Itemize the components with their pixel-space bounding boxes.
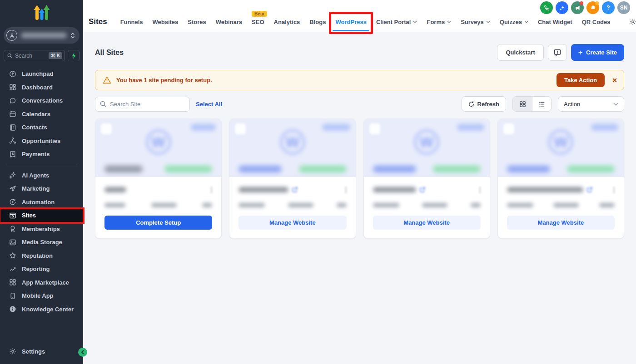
site-title-blurred xyxy=(373,187,416,192)
gear-icon xyxy=(9,348,16,355)
info-circle-icon xyxy=(9,305,16,313)
quick-actions-button[interactable] xyxy=(68,50,80,61)
tab-client-portal[interactable]: Client Portal xyxy=(376,19,417,25)
grid-view-icon xyxy=(519,101,526,108)
close-icon[interactable]: ✕ xyxy=(612,77,617,84)
gear-icon xyxy=(629,18,636,25)
tab-seo[interactable]: Beta SEO xyxy=(252,19,264,25)
tab-quizzes[interactable]: Quizzes xyxy=(500,19,528,25)
medal-icon xyxy=(9,225,16,232)
sidebar: Search ⌘ K Launchpad Dashboard Conversat… xyxy=(0,0,83,364)
page-title: All Sites xyxy=(95,49,124,57)
manage-website-button[interactable]: Manage Website xyxy=(238,216,346,230)
browser-window-icon xyxy=(9,212,16,219)
meta-blurred xyxy=(422,203,447,207)
site-badge-blurred xyxy=(191,124,216,131)
sidebar-search-input[interactable]: Search ⌘ K xyxy=(4,50,65,61)
sidebar-item-settings[interactable]: Settings xyxy=(0,344,83,358)
chevron-down-icon xyxy=(486,20,490,23)
select-all-link[interactable]: Select All xyxy=(196,101,222,108)
kebab-menu-icon[interactable] xyxy=(345,187,347,193)
create-site-button[interactable]: + Create Site xyxy=(571,44,624,61)
quickstart-button[interactable]: Quickstart xyxy=(497,44,543,61)
tab-blogs[interactable]: Blogs xyxy=(309,19,326,25)
announcements-button[interactable] xyxy=(571,1,584,14)
wordpress-logo-blurred: W xyxy=(548,130,573,154)
feedback-button[interactable] xyxy=(548,44,567,61)
list-view-button[interactable] xyxy=(532,97,551,111)
external-link-icon[interactable] xyxy=(587,187,592,192)
site-badge-blurred xyxy=(322,124,350,131)
sidebar-item-memberships[interactable]: Memberships xyxy=(0,222,83,236)
sidebar-item-reporting[interactable]: Reporting xyxy=(0,262,83,276)
phone-button[interactable] xyxy=(540,1,553,14)
tab-forms[interactable]: Forms xyxy=(427,19,451,25)
launchpad-icon xyxy=(9,70,16,78)
action-dropdown[interactable]: Action xyxy=(558,96,624,112)
external-link-icon[interactable] xyxy=(420,187,425,192)
tab-wordpress[interactable]: WordPress xyxy=(335,19,366,25)
list-view-icon xyxy=(538,101,545,108)
notifications-button[interactable] xyxy=(586,1,599,14)
kebab-menu-icon[interactable] xyxy=(479,187,481,193)
sidebar-item-sites[interactable]: Sites xyxy=(0,209,83,222)
sidebar-item-opportunities[interactable]: Opportunities xyxy=(0,134,83,148)
account-switcher[interactable] xyxy=(4,27,80,44)
sidebar-item-automation[interactable]: Automation xyxy=(0,196,83,209)
sidebar-item-launchpad[interactable]: Launchpad xyxy=(0,67,83,81)
manage-website-button[interactable]: Manage Website xyxy=(507,216,615,230)
sidebar-item-knowledge-center[interactable]: Knowledge Center xyxy=(0,303,83,316)
tab-qr-codes[interactable]: QR Codes xyxy=(582,19,611,25)
wordpress-logo-blurred: W xyxy=(414,130,439,154)
meta-blurred xyxy=(553,203,579,207)
site-checkbox[interactable] xyxy=(503,123,514,134)
sidebar-collapse-button[interactable] xyxy=(78,348,87,357)
tab-surveys[interactable]: Surveys xyxy=(461,19,490,25)
meta-blurred xyxy=(599,203,615,207)
site-checkbox[interactable] xyxy=(235,123,246,134)
sidebar-item-reputation[interactable]: Reputation xyxy=(0,249,83,263)
chevron-down-icon xyxy=(447,20,451,23)
help-button[interactable]: ? xyxy=(602,1,615,14)
external-link-icon[interactable] xyxy=(292,187,298,192)
ai-assistant-button[interactable] xyxy=(556,1,568,14)
site-checkbox[interactable] xyxy=(369,123,380,134)
meta-blurred xyxy=(373,203,399,207)
tab-stores[interactable]: Stores xyxy=(188,19,206,25)
beta-badge: Beta xyxy=(252,11,267,17)
feedback-bubble-icon xyxy=(553,49,561,57)
tab-chat-widget[interactable]: Chat Widget xyxy=(538,19,572,25)
sidebar-item-app-marketplace[interactable]: App Marketplace xyxy=(0,276,83,290)
account-avatar-icon xyxy=(6,30,17,41)
sidebar-item-contacts[interactable]: Contacts xyxy=(0,121,83,134)
grid-view-button[interactable] xyxy=(513,97,532,111)
sidebar-item-marketing[interactable]: Marketing xyxy=(0,182,83,196)
nav-settings-gear-button[interactable] xyxy=(629,18,636,25)
kebab-menu-icon[interactable] xyxy=(613,187,615,193)
chevron-down-icon xyxy=(524,20,528,23)
sidebar-item-dashboard[interactable]: Dashboard xyxy=(0,81,83,94)
refresh-button[interactable]: Refresh xyxy=(462,96,506,112)
view-toggle xyxy=(512,96,552,112)
tab-analytics[interactable]: Analytics xyxy=(274,19,300,25)
tab-websites[interactable]: Websites xyxy=(152,19,178,25)
sidebar-item-payments[interactable]: Payments xyxy=(0,148,83,161)
sidebar-divider xyxy=(6,165,77,165)
calendar-icon xyxy=(9,110,16,118)
user-avatar[interactable]: SN xyxy=(617,1,630,14)
meta-blurred xyxy=(238,203,265,207)
take-action-button[interactable]: Take Action xyxy=(556,73,605,87)
search-site-input[interactable]: Search Site xyxy=(95,97,190,112)
status-badge-green-blurred xyxy=(299,166,347,172)
sidebar-item-calendars[interactable]: Calendars xyxy=(0,108,83,121)
sidebar-item-conversations[interactable]: Conversations xyxy=(0,94,83,108)
manage-website-button[interactable]: Manage Website xyxy=(373,216,481,230)
sidebar-item-mobile-app[interactable]: Mobile App xyxy=(0,289,83,303)
sidebar-item-media-storage[interactable]: Media Storage xyxy=(0,236,83,249)
kebab-menu-icon[interactable] xyxy=(211,187,212,193)
complete-setup-button[interactable]: Complete Setup xyxy=(104,216,212,230)
tab-funnels[interactable]: Funnels xyxy=(120,19,143,25)
sidebar-item-ai-agents[interactable]: AI Agents xyxy=(0,169,83,182)
site-checkbox[interactable] xyxy=(101,123,112,134)
tab-webinars[interactable]: Webinars xyxy=(216,19,242,25)
